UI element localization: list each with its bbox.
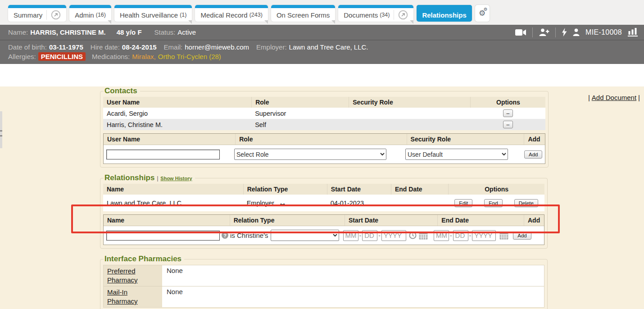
- tab-submenu-notch: [188, 20, 192, 24]
- add-relationship-button[interactable]: Add: [513, 232, 531, 240]
- tab-on-screen-forms[interactable]: On Screen Forms: [271, 5, 335, 22]
- tab-relationships[interactable]: Relationships: [417, 5, 472, 22]
- bidirectional-arrow-icon: ↔: [279, 199, 286, 207]
- start-day-input[interactable]: [362, 230, 377, 241]
- documents-popout-button[interactable]: [394, 10, 408, 20]
- popout-icon: [398, 10, 408, 20]
- contact-username: Harris, Christine M.: [103, 120, 251, 129]
- email-value: horner@mieweb.com: [185, 43, 249, 51]
- employer-label: Employer:: [256, 43, 287, 51]
- rel-header-name: Name: [103, 184, 243, 195]
- help-icon[interactable]: ?: [222, 232, 228, 239]
- add-contact-header-security-role: Security Role: [407, 134, 524, 145]
- tab-bar: Summary Admin (16) Health Surveillance (…: [0, 0, 644, 25]
- tab-admin[interactable]: Admin (16): [69, 5, 111, 22]
- add-relationship-box: Name Relation Type Start Date End Date A…: [103, 214, 544, 245]
- summary-popout-button[interactable]: [46, 10, 61, 20]
- patient-header-bar: Name: HARRIS, CHRISTINE M. 48 y/o F Stat…: [0, 25, 644, 40]
- delete-relationship-button[interactable]: Delete: [514, 199, 538, 207]
- contact-row: Harris, Christine M. Self –: [103, 119, 545, 130]
- end-date-picker-button[interactable]: [499, 232, 508, 240]
- dob-label: Date of birth:: [8, 43, 47, 51]
- start-year-input[interactable]: [381, 230, 406, 241]
- contacts-header-security-role: Security Role: [349, 97, 470, 108]
- gear-small-icon: ⚙: [484, 7, 488, 12]
- edit-relationship-button[interactable]: Edit: [454, 199, 472, 207]
- tab-admin-label: Admin: [75, 11, 94, 19]
- tab-admin-count: (16): [96, 12, 106, 18]
- divider: [555, 27, 556, 37]
- relationships-section: Relationships | Show History Name Relati…: [100, 173, 548, 249]
- add-contact-header-role: Role: [235, 134, 406, 145]
- end-day-input[interactable]: [453, 230, 468, 241]
- video-call-button[interactable]: [515, 29, 526, 36]
- contact-security-role-select[interactable]: User Default: [405, 149, 508, 160]
- add-contact-input-row: Select Role User Default Add: [104, 145, 545, 164]
- end-month-input[interactable]: [434, 230, 449, 241]
- tab-settings-button[interactable]: ⚙ ⚙: [475, 5, 490, 22]
- rel-header-options: Options: [448, 184, 544, 195]
- tab-on-screen-forms-label: On Screen Forms: [277, 11, 330, 19]
- chart-button[interactable]: [628, 28, 638, 36]
- contact-row: Acardi, Sergio Supervisor –: [103, 108, 545, 119]
- user-button[interactable]: [573, 28, 580, 36]
- relationships-title: Relationships: [104, 173, 154, 182]
- main-content: |Add Document| Contacts User Name Role S…: [0, 86, 644, 309]
- mail-in-pharmacy-link[interactable]: Mail-In Pharmacy: [107, 288, 138, 305]
- relationships-header-row: Name Relation Type Start Date End Date O…: [103, 184, 544, 195]
- end-year-input[interactable]: [472, 230, 496, 241]
- tab-health-surveillance-label: Health Surveillance: [120, 11, 178, 19]
- employee-id[interactable]: MIE-10008: [585, 28, 622, 36]
- patient-age-sex: 48 y/o F: [117, 28, 142, 36]
- contacts-header-options: Options: [470, 97, 545, 108]
- medication-link-2[interactable]: Ortho Tri-Cyclen (28): [158, 53, 221, 60]
- contact-username-input[interactable]: [106, 150, 220, 159]
- relation-type-select[interactable]: [271, 230, 339, 241]
- preferred-pharmacy-link[interactable]: Preferred Pharmacy: [107, 267, 138, 284]
- tab-medical-record[interactable]: Medical Record (243): [195, 5, 268, 22]
- person-icon: [573, 28, 580, 36]
- contacts-header-role: Role: [251, 97, 349, 108]
- tab-relationships-label: Relationships: [422, 11, 466, 19]
- add-rel-header-add: Add: [524, 215, 544, 226]
- contact-role-select[interactable]: Select Role: [234, 149, 386, 160]
- video-camera-icon: [515, 29, 526, 36]
- allergy-badge[interactable]: PENICILLINS: [38, 52, 86, 61]
- quick-action-button[interactable]: [562, 28, 567, 36]
- dash: -: [378, 232, 381, 239]
- add-rel-header-relation-type: Relation Type: [230, 215, 345, 226]
- rel-header-relation-type: Relation Type: [243, 184, 327, 195]
- add-document-wrap: |Add Document|: [588, 94, 640, 101]
- start-time-picker-button[interactable]: [409, 232, 417, 239]
- relationship-name-input[interactable]: [106, 231, 220, 241]
- allergies-label: Allergies:: [8, 53, 36, 60]
- tab-health-surveillance[interactable]: Health Surveillance (1): [114, 5, 192, 22]
- start-month-input[interactable]: [343, 230, 358, 241]
- hire-date-value: 08-24-2015: [122, 43, 157, 51]
- end-relationship-button[interactable]: End: [484, 199, 502, 207]
- relationship-start-date: 04-01-2023: [327, 199, 391, 208]
- patient-status: Active: [177, 28, 196, 36]
- dob-value: 03-11-1975: [49, 43, 83, 51]
- tab-submenu-notch: [264, 20, 268, 24]
- start-date-picker-button[interactable]: [419, 232, 428, 240]
- remove-contact-button[interactable]: –: [503, 121, 513, 128]
- add-contact-button[interactable]: Add: [524, 150, 542, 159]
- medications-label: Medications:: [92, 53, 130, 60]
- contacts-title: Contacts: [104, 86, 140, 95]
- popout-icon: [51, 10, 61, 20]
- remove-contact-button[interactable]: –: [503, 109, 513, 117]
- show-history-link[interactable]: Show History: [160, 176, 192, 181]
- medication-link-1[interactable]: Miralax,: [132, 53, 156, 60]
- add-rel-header-name: Name: [104, 215, 230, 226]
- add-relationship-input-row: ? is Christine's - -: [104, 226, 544, 245]
- tab-summary[interactable]: Summary: [8, 5, 66, 22]
- add-rel-header-start-date: Start Date: [345, 215, 437, 226]
- clock-icon: [409, 232, 417, 239]
- divider: [532, 27, 533, 37]
- contacts-section: Contacts User Name Role Security Role Op…: [100, 86, 549, 168]
- tab-documents[interactable]: Documents (34): [338, 5, 413, 22]
- pipe: |: [157, 175, 158, 182]
- add-contact-button[interactable]: [539, 28, 549, 36]
- add-document-link[interactable]: Add Document: [592, 94, 636, 101]
